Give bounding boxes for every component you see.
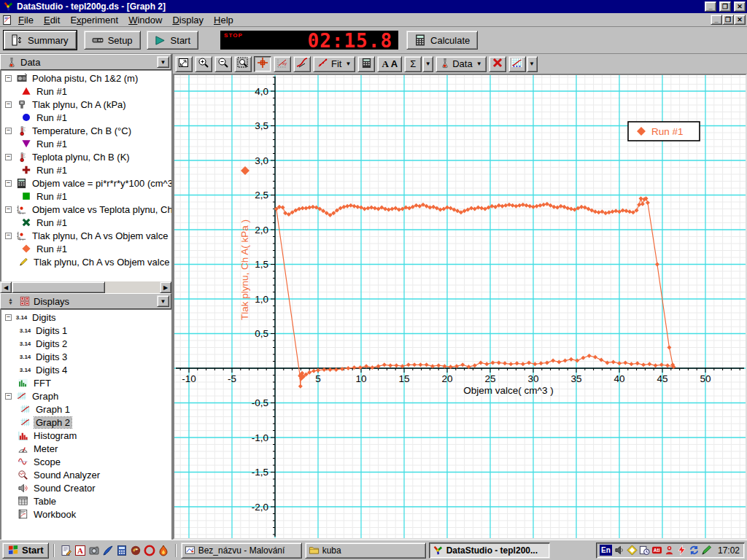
- quick-launch-acrobat-icon[interactable]: A: [74, 545, 86, 556]
- run-item[interactable]: Run #1: [1, 163, 171, 176]
- calculate-button[interactable]: [357, 56, 375, 72]
- quick-launch-ink-pen-icon[interactable]: [102, 545, 114, 556]
- tree-expander[interactable]: −: [5, 206, 12, 213]
- display-item-sound-creator[interactable]: Sound Creator: [1, 481, 171, 494]
- graph-display[interactable]: -10-55101520253035404550-2,0-1,5-1,0-0,5…: [173, 74, 747, 540]
- data-panel-header[interactable]: Data ▼: [0, 54, 171, 70]
- graph-plot[interactable]: -10-55101520253035404550-2,0-1,5-1,0-0,5…: [174, 75, 746, 538]
- tree-expander[interactable]: −: [5, 233, 12, 239]
- data-tree-item[interactable]: −Poloha pistu, Ch 1&2 (m): [1, 71, 171, 85]
- child-restore-button[interactable]: ❐: [722, 15, 734, 25]
- tangent-tool-button[interactable]: [293, 56, 311, 72]
- display-item-graph[interactable]: −Graph: [1, 389, 171, 402]
- data-dropdown[interactable]: Data▼: [436, 56, 486, 72]
- tray-ati-icon[interactable]: Ati: [651, 545, 662, 556]
- data-tree-item[interactable]: −Objem valce = pi*r*r*y*100 (cm^3): [1, 176, 171, 190]
- quick-launch-opera-icon[interactable]: [144, 545, 155, 556]
- tree-expander[interactable]: −: [5, 314, 12, 321]
- delete-button[interactable]: [489, 56, 506, 72]
- run-item[interactable]: Run #1: [1, 190, 171, 203]
- start-menu-button[interactable]: Start: [2, 542, 49, 559]
- slope-tool-button[interactable]: xy: [274, 56, 291, 72]
- display-item-sound-analyzer[interactable]: Sound Analyzer: [1, 468, 171, 481]
- display-item-histogram[interactable]: Histogram: [1, 429, 171, 442]
- data-tree-item[interactable]: −xObjem valce vs Teplota plynu, Ch: [1, 203, 171, 216]
- start-button[interactable]: Start: [147, 31, 198, 50]
- menu-window[interactable]: Window: [123, 14, 167, 26]
- menu-experiment[interactable]: Experiment: [65, 14, 123, 26]
- data-tree-item[interactable]: −Teplota plynu, Ch B (K): [1, 150, 171, 163]
- display-item-graph-1[interactable]: Graph 1: [1, 402, 171, 416]
- text-note-button[interactable]: AA: [377, 56, 402, 72]
- data-panel-dropdown[interactable]: ▼: [157, 56, 169, 68]
- quick-launch-notepad-icon[interactable]: [61, 545, 72, 556]
- tray-agent-icon[interactable]: [664, 545, 675, 556]
- zoom-select-button[interactable]: [234, 56, 252, 72]
- graph-settings-button-dropdown[interactable]: ▼: [527, 56, 538, 72]
- tray-norton-icon[interactable]: [627, 545, 638, 556]
- display-item-digits-2[interactable]: 3.14Digits 2: [1, 337, 171, 350]
- scale-to-fit-button[interactable]: [175, 56, 193, 72]
- task-button[interactable]: Bez_názvu - Malování: [181, 542, 302, 559]
- data-tree-item[interactable]: Tlak plynu, Ch A vs Objem valce: [1, 255, 171, 268]
- display-item-table[interactable]: Table: [1, 494, 171, 508]
- tray-volume-icon[interactable]: [614, 545, 625, 556]
- tree-expander[interactable]: −: [5, 101, 12, 108]
- data-tree-hscrollbar[interactable]: ◀ ▶: [0, 281, 171, 293]
- display-item-digits[interactable]: −3.14Digits: [1, 311, 171, 324]
- task-button[interactable]: DataStudio - tepl200...: [429, 542, 550, 559]
- menu-file[interactable]: File: [13, 14, 39, 26]
- run-item[interactable]: Run #1: [1, 242, 171, 255]
- document-icon[interactable]: [1, 14, 13, 26]
- display-item-meter[interactable]: Meter: [1, 442, 171, 455]
- quick-launch-winamp-icon[interactable]: [158, 545, 169, 556]
- calculate-button[interactable]: Calculate: [406, 31, 478, 50]
- child-minimize-button[interactable]: _: [711, 15, 722, 25]
- display-item-digits-4[interactable]: 3.14Digits 4: [1, 363, 171, 376]
- tree-expander[interactable]: −: [5, 393, 12, 400]
- display-item-workbook[interactable]: Workbook: [1, 508, 171, 521]
- data-tree-item[interactable]: −Tlak plynu, Ch A (kPa): [1, 98, 171, 111]
- display-item-graph-2[interactable]: Graph 2: [1, 416, 171, 429]
- data-tree-item[interactable]: −xTlak plynu, Ch A vs Objem valce: [1, 229, 171, 242]
- smart-tool-button[interactable]: [254, 56, 271, 72]
- tree-expander[interactable]: −: [5, 128, 12, 134]
- language-indicator[interactable]: En: [600, 545, 612, 556]
- run-item[interactable]: Run #1: [1, 216, 171, 229]
- statistics-button[interactable]: Σ: [404, 56, 422, 72]
- tray-scheduler-icon[interactable]: [639, 545, 650, 556]
- display-item-digits-1[interactable]: 3.14Digits 1: [1, 324, 171, 337]
- tree-expander[interactable]: −: [5, 180, 12, 187]
- displays-panel-dropdown[interactable]: ▼: [157, 295, 169, 307]
- displays-panel-header[interactable]: ▲▼ Displays ▼: [0, 293, 171, 309]
- minimize-button[interactable]: _: [705, 1, 716, 12]
- display-item-digits-3[interactable]: 3.14Digits 3: [1, 350, 171, 363]
- menu-edit[interactable]: Edit: [39, 14, 65, 26]
- statistics-button-dropdown[interactable]: ▼: [422, 56, 433, 72]
- data-tree-item[interactable]: −Temperature, Ch B (°C): [1, 124, 171, 137]
- quick-launch-calculator-blue-icon[interactable]: [116, 545, 128, 556]
- splitter-grip-icon[interactable]: ▲▼: [6, 296, 15, 306]
- quick-launch-imaging-icon[interactable]: [88, 545, 100, 556]
- tree-expander[interactable]: −: [5, 75, 12, 82]
- tray-sync-icon[interactable]: [689, 545, 700, 556]
- zoom-out-button[interactable]: [214, 56, 232, 72]
- scroll-right-arrow[interactable]: ▶: [160, 281, 171, 293]
- summary-button[interactable]: Summary: [4, 31, 77, 50]
- task-button[interactable]: kuba: [305, 542, 426, 559]
- quick-launch-dragon-icon[interactable]: [130, 545, 142, 556]
- tree-expander[interactable]: −: [5, 154, 12, 160]
- close-button[interactable]: ✕: [734, 1, 746, 12]
- tray-power-icon[interactable]: [676, 545, 687, 556]
- display-item-scope[interactable]: Scope: [1, 455, 171, 468]
- scroll-left-arrow[interactable]: ◀: [0, 281, 12, 293]
- tray-pen-icon[interactable]: [701, 545, 712, 556]
- menu-display[interactable]: Display: [167, 14, 209, 26]
- graph-settings-button[interactable]: [508, 56, 526, 72]
- setup-button[interactable]: Setup: [84, 31, 141, 50]
- restore-button[interactable]: ❐: [719, 1, 731, 12]
- run-item[interactable]: Run #1: [1, 137, 171, 150]
- run-item[interactable]: Run #1: [1, 111, 171, 124]
- display-item-fft[interactable]: FFT: [1, 376, 171, 389]
- menu-help[interactable]: Help: [209, 14, 239, 26]
